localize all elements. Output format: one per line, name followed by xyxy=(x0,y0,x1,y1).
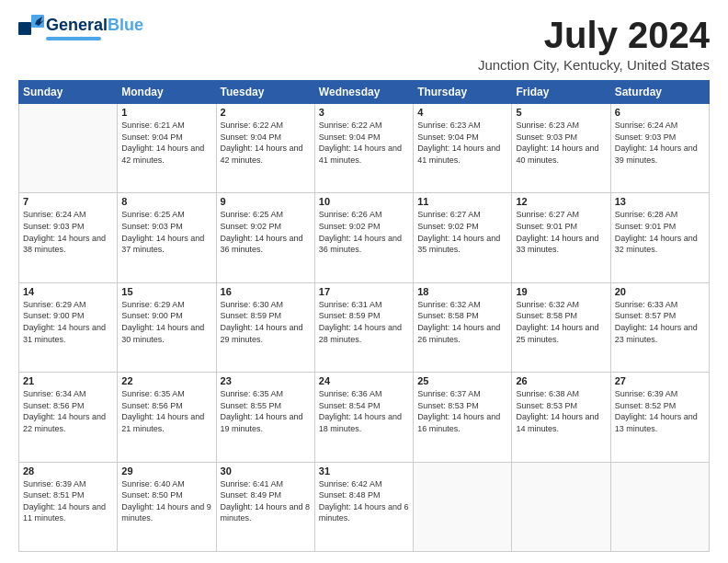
sunrise-text: Sunrise: 6:31 AM xyxy=(319,299,409,311)
sunrise-text: Sunrise: 6:39 AM xyxy=(23,478,113,490)
sunrise-text: Sunrise: 6:22 AM xyxy=(319,120,409,132)
sunset-text: Sunset: 9:03 PM xyxy=(121,221,211,233)
day-number: 24 xyxy=(319,375,409,386)
sunset-text: Sunset: 9:04 PM xyxy=(221,132,311,144)
table-row: 23 Sunrise: 6:35 AM Sunset: 8:55 PM Dayl… xyxy=(216,373,314,462)
sunset-text: Sunset: 9:04 PM xyxy=(319,132,409,144)
day-number: 12 xyxy=(516,196,606,207)
daylight-text: Daylight: 14 hours and 8 minutes. xyxy=(221,501,311,524)
table-row xyxy=(610,462,709,551)
cell-info: Sunrise: 6:38 AM Sunset: 8:53 PM Dayligh… xyxy=(516,388,606,434)
svg-rect-0 xyxy=(18,22,31,35)
month-title: July 2024 xyxy=(478,15,710,55)
cell-info: Sunrise: 6:32 AM Sunset: 8:58 PM Dayligh… xyxy=(516,299,606,345)
daylight-text: Daylight: 14 hours and 39 minutes. xyxy=(615,143,705,166)
sunset-text: Sunset: 9:02 PM xyxy=(417,221,507,233)
col-friday: Friday xyxy=(512,81,610,104)
daylight-text: Daylight: 14 hours and 35 minutes. xyxy=(417,233,507,256)
sunrise-text: Sunrise: 6:30 AM xyxy=(221,299,311,311)
sunset-text: Sunset: 9:01 PM xyxy=(516,221,606,233)
table-row: 21 Sunrise: 6:34 AM Sunset: 8:56 PM Dayl… xyxy=(19,373,118,462)
daylight-text: Daylight: 14 hours and 13 minutes. xyxy=(615,411,705,434)
daylight-text: Daylight: 14 hours and 33 minutes. xyxy=(516,233,606,256)
cell-info: Sunrise: 6:22 AM Sunset: 9:04 PM Dayligh… xyxy=(221,120,311,166)
location: Junction City, Kentucky, United States xyxy=(478,57,710,73)
sunset-text: Sunset: 8:54 PM xyxy=(319,400,409,412)
cell-info: Sunrise: 6:25 AM Sunset: 9:03 PM Dayligh… xyxy=(121,209,211,255)
day-number: 27 xyxy=(615,375,705,386)
cell-info: Sunrise: 6:21 AM Sunset: 9:04 PM Dayligh… xyxy=(121,120,211,166)
day-number: 16 xyxy=(221,286,311,297)
sunrise-text: Sunrise: 6:22 AM xyxy=(221,120,311,132)
sunrise-text: Sunrise: 6:36 AM xyxy=(319,388,409,400)
calendar-header-row: Sunday Monday Tuesday Wednesday Thursday… xyxy=(19,81,710,104)
day-number: 4 xyxy=(417,107,507,118)
day-number: 8 xyxy=(121,196,211,207)
day-number: 29 xyxy=(121,465,211,477)
table-row xyxy=(512,462,610,551)
header: General Blue July 2024 Junction City, Ke… xyxy=(18,15,710,73)
cell-info: Sunrise: 6:40 AM Sunset: 8:50 PM Dayligh… xyxy=(121,478,211,524)
day-number: 26 xyxy=(516,375,606,386)
daylight-text: Daylight: 14 hours and 30 minutes. xyxy=(121,322,211,345)
sunset-text: Sunset: 8:52 PM xyxy=(615,400,705,412)
daylight-text: Daylight: 14 hours and 19 minutes. xyxy=(221,411,311,434)
cell-info: Sunrise: 6:30 AM Sunset: 8:59 PM Dayligh… xyxy=(221,299,311,345)
sunrise-text: Sunrise: 6:42 AM xyxy=(319,478,409,490)
cell-info: Sunrise: 6:35 AM Sunset: 8:56 PM Dayligh… xyxy=(121,388,211,434)
table-row: 17 Sunrise: 6:31 AM Sunset: 8:59 PM Dayl… xyxy=(314,282,413,372)
logo-bar xyxy=(46,37,101,40)
logo: General Blue xyxy=(18,15,143,40)
day-number: 30 xyxy=(221,465,311,477)
day-number: 25 xyxy=(417,375,507,386)
table-row: 22 Sunrise: 6:35 AM Sunset: 8:56 PM Dayl… xyxy=(118,373,216,462)
day-number: 22 xyxy=(121,375,211,386)
sunset-text: Sunset: 8:59 PM xyxy=(319,310,409,322)
logo-icon xyxy=(18,15,44,40)
cell-info: Sunrise: 6:39 AM Sunset: 8:51 PM Dayligh… xyxy=(23,478,113,524)
cell-info: Sunrise: 6:35 AM Sunset: 8:55 PM Dayligh… xyxy=(221,388,311,434)
col-sunday: Sunday xyxy=(19,81,118,104)
cell-info: Sunrise: 6:23 AM Sunset: 9:04 PM Dayligh… xyxy=(417,120,507,166)
daylight-text: Daylight: 14 hours and 41 minutes. xyxy=(319,143,409,166)
cell-info: Sunrise: 6:34 AM Sunset: 8:56 PM Dayligh… xyxy=(23,388,113,434)
table-row: 9 Sunrise: 6:25 AM Sunset: 9:02 PM Dayli… xyxy=(216,193,314,282)
sunset-text: Sunset: 9:03 PM xyxy=(615,132,705,144)
cell-info: Sunrise: 6:31 AM Sunset: 8:59 PM Dayligh… xyxy=(319,299,409,345)
col-tuesday: Tuesday xyxy=(216,81,314,104)
cell-info: Sunrise: 6:37 AM Sunset: 8:53 PM Dayligh… xyxy=(417,388,507,434)
sunrise-text: Sunrise: 6:33 AM xyxy=(615,299,705,311)
day-number: 18 xyxy=(417,286,507,297)
sunrise-text: Sunrise: 6:38 AM xyxy=(516,388,606,400)
day-number: 10 xyxy=(319,196,409,207)
sunrise-text: Sunrise: 6:23 AM xyxy=(516,120,606,132)
day-number: 6 xyxy=(615,107,705,118)
daylight-text: Daylight: 14 hours and 23 minutes. xyxy=(615,322,705,345)
table-row: 29 Sunrise: 6:40 AM Sunset: 8:50 PM Dayl… xyxy=(118,462,216,551)
sunset-text: Sunset: 9:01 PM xyxy=(615,221,705,233)
table-row: 2 Sunrise: 6:22 AM Sunset: 9:04 PM Dayli… xyxy=(216,104,314,193)
col-wednesday: Wednesday xyxy=(314,81,413,104)
sunrise-text: Sunrise: 6:28 AM xyxy=(615,209,705,221)
calendar-week-row: 1 Sunrise: 6:21 AM Sunset: 9:04 PM Dayli… xyxy=(19,104,710,193)
table-row: 20 Sunrise: 6:33 AM Sunset: 8:57 PM Dayl… xyxy=(610,282,709,372)
table-row: 27 Sunrise: 6:39 AM Sunset: 8:52 PM Dayl… xyxy=(610,373,709,462)
table-row: 8 Sunrise: 6:25 AM Sunset: 9:03 PM Dayli… xyxy=(118,193,216,282)
day-number: 3 xyxy=(319,107,409,118)
sunset-text: Sunset: 9:04 PM xyxy=(417,132,507,144)
day-number: 19 xyxy=(516,286,606,297)
sunset-text: Sunset: 9:02 PM xyxy=(319,221,409,233)
table-row: 10 Sunrise: 6:26 AM Sunset: 9:02 PM Dayl… xyxy=(314,193,413,282)
sunrise-text: Sunrise: 6:29 AM xyxy=(121,299,211,311)
cell-info: Sunrise: 6:33 AM Sunset: 8:57 PM Dayligh… xyxy=(615,299,705,345)
sunrise-text: Sunrise: 6:39 AM xyxy=(615,388,705,400)
day-number: 21 xyxy=(23,375,113,386)
sunrise-text: Sunrise: 6:34 AM xyxy=(23,388,113,400)
cell-info: Sunrise: 6:28 AM Sunset: 9:01 PM Dayligh… xyxy=(615,209,705,255)
daylight-text: Daylight: 14 hours and 25 minutes. xyxy=(516,322,606,345)
col-monday: Monday xyxy=(118,81,216,104)
daylight-text: Daylight: 14 hours and 22 minutes. xyxy=(23,411,113,434)
sunset-text: Sunset: 8:51 PM xyxy=(23,489,113,501)
daylight-text: Daylight: 14 hours and 40 minutes. xyxy=(516,143,606,166)
sunset-text: Sunset: 9:04 PM xyxy=(121,132,211,144)
